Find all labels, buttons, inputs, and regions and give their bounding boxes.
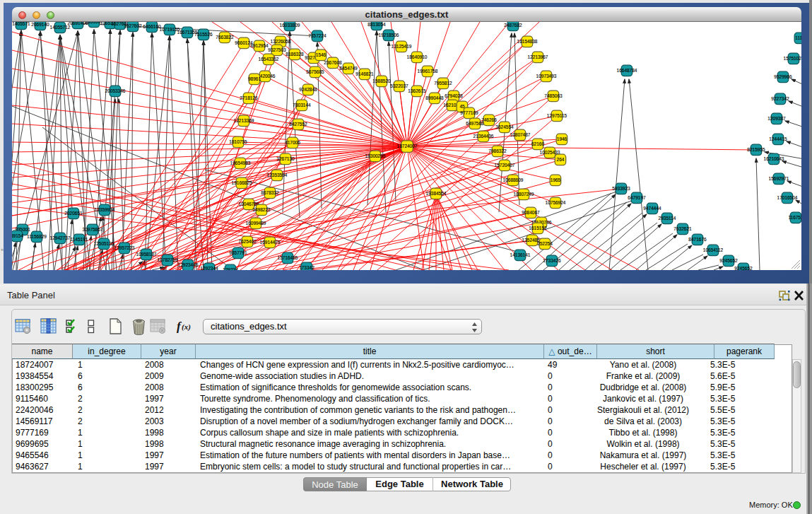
svg-text:8454749: 8454749 [339, 66, 358, 71]
svg-text:16099489: 16099489 [246, 221, 266, 226]
svg-text:2718126: 2718126 [240, 95, 258, 100]
svg-text:1362615: 1362615 [408, 88, 426, 93]
svg-text:18807249: 18807249 [514, 192, 534, 197]
svg-text:417006: 417006 [285, 140, 300, 145]
svg-text:19384554: 19384554 [426, 191, 447, 196]
svg-text:12353594: 12353594 [267, 173, 288, 177]
svg-text:18300295: 18300295 [365, 153, 386, 158]
svg-text:12213967: 12213967 [528, 54, 548, 59]
svg-text:17957223: 17957223 [114, 245, 135, 250]
svg-text:8471676: 8471676 [688, 237, 707, 242]
svg-text:173342: 173342 [299, 265, 314, 270]
svg-text:12213369: 12213369 [234, 118, 254, 123]
svg-text:1527602: 1527602 [124, 23, 142, 28]
svg-text:10973493: 10973493 [536, 74, 557, 78]
svg-text:10688609: 10688609 [503, 177, 524, 182]
svg-text:7803144: 7803144 [293, 103, 311, 107]
svg-text:20053346: 20053346 [105, 88, 126, 93]
svg-text:14136141: 14136141 [510, 252, 531, 257]
svg-text:6794028: 6794028 [445, 93, 463, 98]
svg-text:7955812: 7955812 [434, 81, 452, 86]
svg-text:13226058: 13226058 [271, 39, 291, 44]
svg-text:1588520: 1588520 [372, 78, 391, 83]
svg-text:9327503: 9327503 [268, 47, 286, 52]
svg-text:1244415: 1244415 [769, 136, 787, 141]
svg-text:21364436: 21364436 [473, 134, 494, 139]
svg-text:(x): (x) [182, 322, 191, 332]
svg-text:1405571: 1405571 [12, 22, 30, 26]
svg-text:1546: 1546 [316, 52, 326, 57]
svg-text:1292344: 1292344 [200, 266, 218, 270]
svg-text:18724007: 18724007 [397, 144, 418, 148]
svg-text:2020651: 2020651 [64, 211, 83, 216]
svg-text:5322037: 5322037 [390, 83, 408, 88]
svg-text:2069140: 2069140 [31, 22, 49, 27]
svg-text:39154: 39154 [12, 233, 23, 238]
svg-text:19961758: 19961758 [418, 69, 438, 74]
svg-text:98961: 98961 [248, 76, 261, 81]
svg-text:9245652: 9245652 [719, 258, 738, 263]
svg-text:6466160: 6466160 [143, 24, 161, 29]
svg-text:7515526: 7515526 [194, 32, 213, 37]
svg-text:9529966: 9529966 [774, 74, 792, 79]
svg-text:10958187: 10958187 [136, 252, 157, 257]
svg-text:8215955: 8215955 [747, 147, 765, 152]
svg-text:3267130: 3267130 [276, 156, 295, 161]
svg-text:9474444: 9474444 [643, 206, 661, 211]
svg-text:1615152: 1615152 [529, 226, 547, 230]
svg-text:8990448: 8990448 [425, 95, 444, 100]
svg-text:1946: 1946 [557, 136, 567, 141]
svg-text:16154838: 16154838 [517, 39, 538, 44]
svg-text:1733426: 1733426 [543, 258, 561, 263]
svg-text:9242848: 9242848 [299, 87, 317, 92]
svg-text:15751024: 15751024 [784, 56, 801, 61]
svg-text:8427552: 8427552 [289, 122, 307, 127]
svg-text:8813054: 8813054 [367, 22, 386, 27]
svg-text:7663822: 7663822 [216, 35, 234, 40]
svg-text:9857791: 9857791 [229, 250, 247, 255]
svg-text:9146821: 9146821 [355, 71, 374, 76]
svg-text:252254: 252254 [537, 241, 553, 246]
svg-text:8912954: 8912954 [250, 43, 269, 48]
svg-text:16543362: 16543362 [259, 57, 279, 62]
svg-text:5675685: 5675685 [306, 69, 324, 74]
svg-text:264: 264 [557, 157, 565, 162]
svg-text:7485063: 7485063 [544, 93, 563, 98]
svg-text:16210643: 16210643 [764, 156, 784, 161]
svg-text:1209387: 1209387 [767, 116, 786, 121]
svg-text:10807487: 10807487 [510, 132, 531, 137]
svg-text:7986322: 7986322 [488, 148, 507, 153]
svg-text:17016504: 17016504 [777, 195, 798, 200]
svg-text:10756924: 10756924 [546, 200, 566, 205]
svg-text:45: 45 [459, 104, 465, 109]
svg-text:12975115: 12975115 [547, 113, 567, 118]
svg-text:6479197: 6479197 [628, 195, 646, 200]
svg-text:16648784: 16648784 [617, 68, 637, 73]
svg-text:9084067: 9084067 [522, 210, 540, 215]
svg-text:19166825: 19166825 [232, 180, 252, 185]
svg-text:2487682: 2487682 [504, 23, 522, 28]
svg-text:2367608: 2367608 [324, 60, 342, 65]
svg-text:9777169: 9777169 [460, 110, 478, 115]
svg-text:1145191: 1145191 [71, 237, 88, 242]
svg-text:30975867: 30975867 [83, 227, 103, 232]
svg-text:9245652: 9245652 [734, 266, 753, 270]
svg-text:3498222: 3498222 [252, 207, 271, 212]
svg-text:8186328: 8186328 [286, 52, 304, 57]
svg-text:129234: 129234 [223, 267, 238, 270]
svg-text:1965: 1965 [551, 177, 561, 182]
svg-text:3624554: 3624554 [495, 124, 514, 129]
svg-text:1117: 1117 [795, 35, 801, 40]
svg-text:12942737: 12942737 [50, 235, 71, 240]
svg-text:16033809: 16033809 [280, 23, 300, 28]
svg-text:12505135: 12505135 [94, 241, 114, 246]
svg-text:8678332: 8678332 [261, 190, 279, 195]
svg-text:14055712: 14055712 [50, 25, 71, 30]
svg-text:746266: 746266 [481, 117, 497, 122]
svg-text:7357224: 7357224 [308, 33, 326, 38]
svg-text:11156829: 11156829 [27, 234, 47, 239]
svg-text:15692971: 15692971 [769, 176, 789, 181]
svg-text:5933923: 5933923 [612, 186, 630, 191]
svg-text:2935114: 2935114 [659, 216, 676, 221]
svg-text:15720407: 15720407 [495, 163, 515, 168]
